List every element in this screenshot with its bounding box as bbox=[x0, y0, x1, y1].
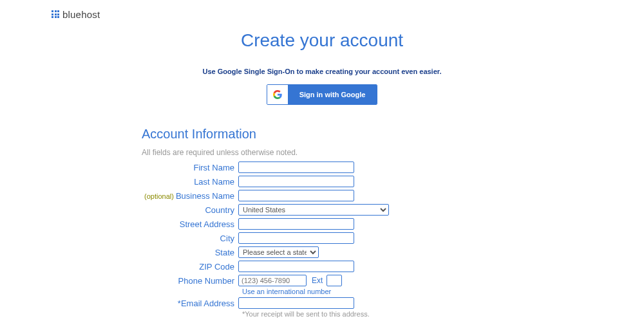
zip-field[interactable] bbox=[238, 261, 354, 272]
email-field[interactable] bbox=[238, 297, 354, 309]
brand-logo[interactable]: bluehost bbox=[52, 9, 644, 20]
label-phone: Phone Number bbox=[142, 276, 238, 286]
phone-ext-field[interactable] bbox=[327, 275, 342, 286]
business-name-field[interactable] bbox=[238, 190, 354, 201]
label-email: *Email Address bbox=[142, 299, 238, 308]
country-select[interactable]: United States bbox=[238, 204, 389, 216]
label-street: Street Address bbox=[142, 219, 238, 229]
phone-field[interactable] bbox=[238, 275, 307, 286]
email-receipt-note: *Your receipt will be sent to this addre… bbox=[242, 310, 502, 318]
intl-number-link[interactable]: Use an international number bbox=[242, 288, 502, 295]
label-zip: ZIP Code bbox=[142, 262, 238, 272]
label-ext: Ext bbox=[312, 276, 323, 285]
grid-icon bbox=[52, 10, 60, 19]
page-title: Create your account bbox=[0, 30, 644, 51]
google-icon bbox=[267, 85, 288, 104]
first-name-field[interactable] bbox=[238, 161, 354, 173]
label-state: State bbox=[142, 248, 238, 257]
city-field[interactable] bbox=[238, 232, 354, 244]
section-helper: All fields are required unless otherwise… bbox=[142, 148, 502, 157]
label-business-name: (optional)Business Name bbox=[142, 191, 238, 201]
brand-name: bluehost bbox=[62, 9, 100, 20]
google-button-label: Sign in with Google bbox=[288, 85, 377, 104]
state-select[interactable]: Please select a state bbox=[238, 246, 319, 258]
google-signin-button[interactable]: Sign in with Google bbox=[267, 84, 378, 105]
section-title: Account Information bbox=[142, 127, 502, 142]
label-country: Country bbox=[142, 205, 238, 215]
street-address-field[interactable] bbox=[238, 218, 354, 230]
last-name-field[interactable] bbox=[238, 176, 354, 187]
label-last-name: Last Name bbox=[142, 177, 238, 187]
sso-message: Use Google Single Sign-On to make creati… bbox=[0, 68, 644, 75]
label-first-name: First Name bbox=[142, 163, 238, 172]
label-city: City bbox=[142, 234, 238, 243]
